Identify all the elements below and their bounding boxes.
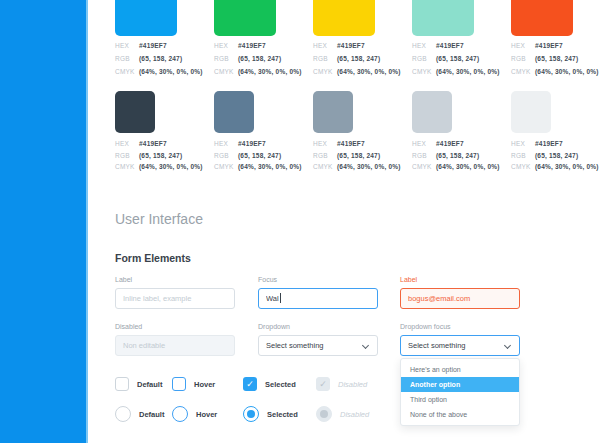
- rgb-label: RGB: [313, 55, 337, 62]
- rgb-value: (65, 158, 247): [238, 55, 281, 62]
- cmyk-value: (64%, 30%, 0%, 0%): [436, 68, 500, 75]
- cmyk-label: CMYK: [313, 163, 337, 170]
- dropdown-select[interactable]: Select something: [258, 335, 378, 356]
- checkbox-label: Selected: [265, 380, 296, 389]
- field-label: Disabled: [115, 323, 235, 330]
- color-meta: HEX#419EF7 RGB(65, 158, 247) CMYK(64%, 3…: [313, 42, 403, 81]
- rgb-label: RGB: [214, 152, 238, 159]
- radio-button: [316, 406, 332, 422]
- dropdown-menu: Here's an option Another option Third op…: [400, 358, 520, 426]
- hex-label: HEX: [313, 42, 337, 49]
- hex-label: HEX: [115, 42, 139, 49]
- hex-value: #419EF7: [535, 42, 563, 49]
- checkbox-disabled: ✓ Disabled: [316, 377, 367, 391]
- menu-option[interactable]: None of the above: [401, 407, 519, 422]
- radio-button[interactable]: [243, 406, 259, 422]
- field-focus: Focus: [258, 276, 378, 309]
- cmyk-value: (64%, 30%, 0%, 0%): [535, 163, 599, 170]
- radio-dot: [247, 410, 255, 418]
- color-card: HEX#419EF7 RGB(65, 158, 247) CMYK(64%, 3…: [115, 0, 205, 81]
- rgb-value: (65, 158, 247): [436, 55, 479, 62]
- hex-label: HEX: [115, 140, 139, 147]
- color-meta: HEX#419EF7 RGB(65, 158, 247) CMYK(64%, 3…: [511, 140, 600, 175]
- checkbox[interactable]: [172, 377, 186, 391]
- hex-value: #419EF7: [436, 140, 464, 147]
- hex-label: HEX: [412, 42, 436, 49]
- dropdown-select-focused[interactable]: Select something: [400, 335, 520, 356]
- cmyk-label: CMYK: [214, 163, 238, 170]
- hex-value: #419EF7: [139, 140, 167, 147]
- color-swatch-mint: [412, 0, 474, 36]
- field-error: Label: [400, 276, 520, 309]
- color-card: HEX#419EF7 RGB(65, 158, 247) CMYK(64%, 3…: [313, 91, 403, 175]
- text-input-default[interactable]: [115, 288, 235, 309]
- cmyk-value: (64%, 30%, 0%, 0%): [139, 68, 203, 75]
- menu-option[interactable]: Third option: [401, 392, 519, 407]
- color-swatch-green: [214, 0, 276, 36]
- cmyk-label: CMYK: [511, 163, 535, 170]
- rgb-value: (65, 158, 247): [535, 55, 578, 62]
- cmyk-value: (64%, 30%, 0%, 0%): [535, 68, 599, 75]
- color-card: HEX#419EF7 RGB(65, 158, 247) CMYK(64%, 3…: [115, 91, 205, 175]
- cmyk-value: (64%, 30%, 0%, 0%): [139, 163, 203, 170]
- rgb-label: RGB: [412, 152, 436, 159]
- hex-value: #419EF7: [139, 42, 167, 49]
- hex-value: #419EF7: [535, 140, 563, 147]
- color-swatch-slate-400: [313, 91, 353, 133]
- rgb-value: (65, 158, 247): [337, 152, 380, 159]
- checkbox[interactable]: ✓: [243, 377, 257, 391]
- cmyk-label: CMYK: [115, 68, 139, 75]
- check-icon: ✓: [319, 380, 327, 389]
- radio-button[interactable]: [172, 406, 188, 422]
- radio-label: Disabled: [340, 410, 369, 419]
- radio-label: Hover: [196, 410, 217, 419]
- menu-option-selected[interactable]: Another option: [401, 377, 519, 392]
- color-swatch-slate-600: [214, 91, 254, 133]
- checkbox-selected: ✓ Selected: [243, 377, 296, 391]
- radio-button[interactable]: [115, 406, 131, 422]
- checkbox-default: Default: [115, 377, 162, 391]
- text-input-disabled: [115, 335, 235, 356]
- cmyk-label: CMYK: [412, 68, 436, 75]
- color-card: HEX#419EF7 RGB(65, 158, 247) CMYK(64%, 3…: [313, 0, 403, 81]
- hex-label: HEX: [313, 140, 337, 147]
- hex-value: #419EF7: [238, 140, 266, 147]
- menu-option[interactable]: Here's an option: [401, 362, 519, 377]
- color-swatch-orange: [511, 0, 573, 36]
- cmyk-label: CMYK: [511, 68, 535, 75]
- checkbox-label: Hover: [194, 380, 215, 389]
- section-subtitle: Form Elements: [115, 252, 191, 264]
- field-disabled: Disabled: [115, 323, 235, 356]
- chevron-down-icon: [362, 342, 369, 349]
- radio-hover: Hover: [172, 406, 217, 422]
- text-input-error[interactable]: [400, 288, 520, 309]
- text-input-focus[interactable]: [258, 288, 378, 309]
- field-dropdown: Dropdown Select something: [258, 323, 378, 356]
- hex-value: #419EF7: [337, 140, 365, 147]
- color-card: HEX#419EF7 RGB(65, 158, 247) CMYK(64%, 3…: [412, 0, 502, 81]
- radio-label: Default: [139, 410, 164, 419]
- checkbox-label: Disabled: [338, 380, 367, 389]
- color-card: HEX#419EF7 RGB(65, 158, 247) CMYK(64%, 3…: [214, 0, 304, 81]
- radio-default: Default: [115, 406, 164, 422]
- sidebar-edge: [86, 0, 88, 443]
- dropdown-value: Select something: [408, 341, 466, 350]
- field-label: Dropdown: [258, 323, 378, 330]
- rgb-value: (65, 158, 247): [436, 152, 479, 159]
- cmyk-value: (64%, 30%, 0%, 0%): [238, 68, 302, 75]
- color-meta: HEX#419EF7 RGB(65, 158, 247) CMYK(64%, 3…: [214, 140, 304, 175]
- rgb-label: RGB: [115, 152, 139, 159]
- section-title: User Interface: [115, 211, 203, 227]
- hex-label: HEX: [511, 140, 535, 147]
- rgb-label: RGB: [115, 55, 139, 62]
- field-label: Focus: [258, 276, 378, 283]
- cmyk-value: (64%, 30%, 0%, 0%): [238, 163, 302, 170]
- color-meta: HEX#419EF7 RGB(65, 158, 247) CMYK(64%, 3…: [313, 140, 403, 175]
- checkbox[interactable]: [115, 377, 129, 391]
- hex-value: #419EF7: [337, 42, 365, 49]
- radio-disabled: Disabled: [316, 406, 369, 422]
- rgb-value: (65, 158, 247): [139, 55, 182, 62]
- rgb-label: RGB: [511, 55, 535, 62]
- hex-value: #419EF7: [238, 42, 266, 49]
- color-swatch-yellow: [313, 0, 375, 36]
